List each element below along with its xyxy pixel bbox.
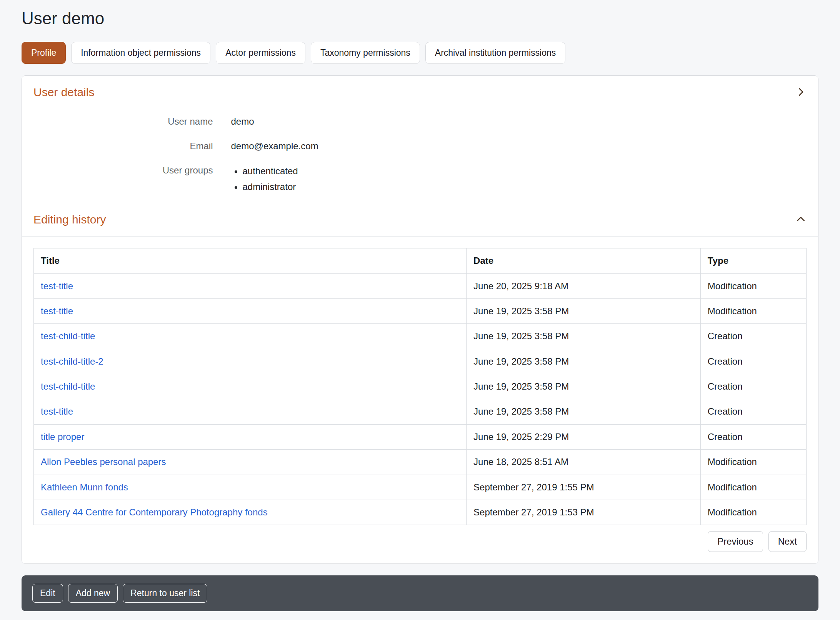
editing-history-header-row: Title Date Type (34, 248, 807, 273)
editing-history-section: Editing history Title Date Type test-tit… (22, 203, 818, 563)
history-type-cell: Creation (700, 324, 806, 349)
user-name-value: demo (221, 109, 818, 133)
history-date-cell: June 18, 2025 8:51 AM (467, 450, 701, 475)
history-type-cell: Creation (700, 374, 806, 399)
email-row: Email demo@example.com (22, 134, 818, 158)
table-row: Gallery 44 Centre for Contemporary Photo… (34, 500, 807, 525)
chevron-up-icon (795, 213, 807, 226)
user-group-item: administrator (243, 181, 808, 193)
history-title-link[interactable]: test-title (41, 306, 73, 316)
history-title-cell: test-child-title-2 (34, 349, 467, 374)
history-table-body: test-title June 20, 2025 9:18 AM Modific… (34, 273, 807, 525)
chevron-right-icon (795, 86, 807, 99)
history-date-cell: September 27, 2019 1:55 PM (467, 475, 701, 500)
history-date-cell: September 27, 2019 1:53 PM (467, 500, 701, 525)
editing-history-table: Title Date Type test-title June 20, 2025… (33, 248, 807, 525)
history-type-cell: Modification (700, 273, 806, 298)
history-title-link[interactable]: Allon Peebles personal papers (41, 457, 166, 467)
table-row: Kathleen Munn fonds September 27, 2019 1… (34, 475, 807, 500)
table-row: test-child-title-2 June 19, 2025 3:58 PM… (34, 349, 807, 374)
email-value: demo@example.com (221, 134, 818, 158)
history-title-cell: Allon Peebles personal papers (34, 450, 467, 475)
page-title: User demo (22, 8, 818, 29)
pagination: Previous Next (33, 531, 807, 552)
tab-information-object-permissions[interactable]: Information object permissions (71, 42, 210, 64)
editing-history-body: Title Date Type test-title June 20, 2025… (22, 237, 818, 563)
user-groups-row: User groups authenticated administrator (22, 158, 818, 203)
history-type-cell: Creation (700, 399, 806, 424)
tab-taxonomy-permissions[interactable]: Taxonomy permissions (311, 42, 420, 64)
history-date-cell: June 19, 2025 3:58 PM (467, 298, 701, 323)
history-title-cell: test-child-title (34, 324, 467, 349)
history-title-link[interactable]: test-title (41, 281, 73, 291)
history-date-cell: June 19, 2025 3:58 PM (467, 374, 701, 399)
table-row: test-title June 20, 2025 9:18 AM Modific… (34, 273, 807, 298)
history-title-cell: test-title (34, 273, 467, 298)
user-details-table: User name demo Email demo@example.com Us… (22, 109, 818, 203)
history-title-link[interactable]: test-child-title (41, 381, 95, 392)
permissions-tab-bar: Profile Information object permissions A… (22, 42, 818, 64)
previous-button[interactable]: Previous (708, 531, 763, 552)
history-title-link[interactable]: test-child-title-2 (41, 356, 103, 367)
table-row: title proper June 19, 2025 2:29 PM Creat… (34, 424, 807, 449)
table-row: Allon Peebles personal papers June 18, 2… (34, 450, 807, 475)
history-title-link[interactable]: Kathleen Munn fonds (41, 482, 128, 492)
history-title-cell: Kathleen Munn fonds (34, 475, 467, 500)
user-group-item: authenticated (243, 165, 808, 177)
user-groups-label: User groups (22, 158, 221, 203)
history-type-cell: Creation (700, 424, 806, 449)
column-header-date: Date (467, 248, 701, 273)
tab-actor-permissions[interactable]: Actor permissions (216, 42, 305, 64)
editing-history-section-toggle[interactable]: Editing history (22, 203, 818, 237)
user-groups-list: authenticated administrator (231, 165, 808, 193)
add-new-button[interactable]: Add new (68, 584, 118, 603)
history-type-cell: Modification (700, 500, 806, 525)
user-details-section-toggle[interactable]: User details (22, 76, 818, 109)
column-header-title: Title (34, 248, 467, 273)
history-date-cell: June 19, 2025 2:29 PM (467, 424, 701, 449)
history-title-link[interactable]: test-title (41, 406, 73, 417)
user-details-section: User details User name demo Email demo@e… (22, 76, 818, 203)
next-button[interactable]: Next (768, 531, 807, 552)
history-type-cell: Creation (700, 349, 806, 374)
history-title-cell: Gallery 44 Centre for Contemporary Photo… (34, 500, 467, 525)
edit-button[interactable]: Edit (32, 584, 63, 603)
history-date-cell: June 20, 2025 9:18 AM (467, 273, 701, 298)
history-type-cell: Modification (700, 298, 806, 323)
tab-profile[interactable]: Profile (22, 42, 66, 64)
history-title-cell: test-child-title (34, 374, 467, 399)
history-date-cell: June 19, 2025 3:58 PM (467, 399, 701, 424)
editing-history-heading: Editing history (33, 213, 106, 227)
user-groups-value: authenticated administrator (221, 158, 818, 203)
history-type-cell: Modification (700, 450, 806, 475)
action-bar: Edit Add new Return to user list (22, 575, 818, 611)
tab-archival-institution-permissions[interactable]: Archival institution permissions (425, 42, 565, 64)
table-row: test-title June 19, 2025 3:58 PM Creatio… (34, 399, 807, 424)
history-title-cell: test-title (34, 399, 467, 424)
return-to-user-list-button[interactable]: Return to user list (123, 584, 207, 603)
table-row: test-child-title June 19, 2025 3:58 PM C… (34, 374, 807, 399)
history-title-cell: test-title (34, 298, 467, 323)
table-row: test-child-title June 19, 2025 3:58 PM C… (34, 324, 807, 349)
user-name-label: User name (22, 109, 221, 133)
history-date-cell: June 19, 2025 3:58 PM (467, 349, 701, 374)
history-title-link[interactable]: Gallery 44 Centre for Contemporary Photo… (41, 507, 268, 517)
history-type-cell: Modification (700, 475, 806, 500)
history-date-cell: June 19, 2025 3:58 PM (467, 324, 701, 349)
history-title-link[interactable]: test-child-title (41, 331, 95, 341)
email-label: Email (22, 134, 221, 158)
profile-accordion: User details User name demo Email demo@e… (22, 75, 818, 564)
table-row: test-title June 19, 2025 3:58 PM Modific… (34, 298, 807, 323)
history-title-cell: title proper (34, 424, 467, 449)
user-details-heading: User details (33, 85, 94, 99)
history-title-link[interactable]: title proper (41, 432, 84, 442)
column-header-type: Type (700, 248, 806, 273)
user-name-row: User name demo (22, 109, 818, 133)
